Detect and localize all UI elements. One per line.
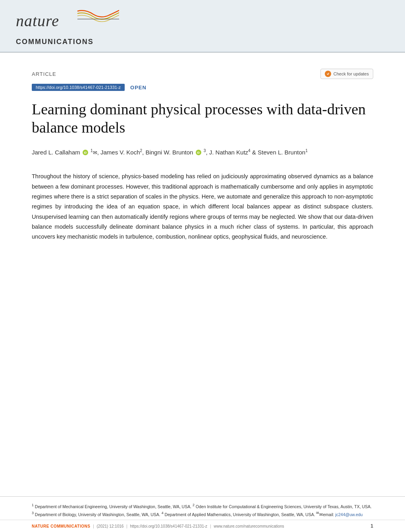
- svg-text:nature: nature: [16, 12, 59, 30]
- affil-sup-ref-4: 4: [162, 511, 164, 515]
- footer-bar: NATURE COMMUNICATIONS | (2021) 12:1016 |…: [0, 520, 405, 532]
- affil-sup-ref: 1: [32, 503, 34, 507]
- email-link[interactable]: jc244@uw.edu: [335, 512, 363, 517]
- author-separator-amp: &: [252, 149, 258, 156]
- nature-logo-svg: nature: [16, 7, 119, 37]
- email-label: ✉email:: [319, 512, 334, 517]
- footer-year: (2021): [97, 524, 108, 528]
- affil-sup-3: 3: [204, 148, 206, 153]
- affil-sup-ref-3: 3: [32, 511, 34, 515]
- affil-sup-1b: 1: [305, 148, 308, 153]
- footer-website: www.nature.com/naturecommunications: [214, 524, 284, 528]
- author-kutz: J. Nathan Kutz: [209, 149, 248, 156]
- footer-volume: 12:1016: [109, 524, 123, 528]
- page-number: 1: [370, 523, 373, 529]
- check-updates-icon: [325, 71, 331, 77]
- footer-pipe-3: |: [210, 524, 211, 528]
- footer-journal-name: NATURE COMMUNICATIONS: [32, 524, 90, 528]
- article-type-label: ARTICLE: [32, 71, 56, 77]
- author-koch: James V. Koch: [100, 149, 140, 156]
- affil-sup-4: 4: [248, 148, 251, 153]
- main-content: ARTICLE Check for updates https://doi.or…: [0, 53, 405, 274]
- open-access-badge: OPEN: [130, 85, 147, 91]
- authors-line: Jared L. Callaham iD 1✉, James V. Koch2,…: [32, 148, 373, 157]
- corresponding-symbol: ✉: [93, 150, 97, 156]
- author-bwbrunton: Bingni W. Brunton: [145, 149, 193, 156]
- footer-pipe-1: |: [93, 524, 94, 528]
- orcid-icon-bwbrunton: iD: [196, 150, 201, 155]
- author-callaham: Jared L. Callaham: [32, 149, 80, 156]
- footer-left: NATURE COMMUNICATIONS | (2021) 12:1016 |…: [32, 524, 284, 528]
- check-updates-label: Check for updates: [334, 71, 369, 76]
- author-slbrunton: Steven L. Brunton: [258, 149, 305, 156]
- svg-point-2: [326, 72, 330, 75]
- orcid-icon-callaham: iD: [83, 150, 88, 155]
- doi-badge[interactable]: https://doi.org/10.1038/s41467-021-21331…: [32, 84, 125, 91]
- page-wrapper: nature COMMUNICATIONS ARTICLE: [0, 0, 405, 532]
- journal-logo: nature COMMUNICATIONS: [16, 7, 119, 46]
- footer-pipe-2: |: [126, 524, 127, 528]
- footer-doi: https://doi.org/10.1038/s41467-021-21331…: [130, 524, 208, 528]
- check-updates-button[interactable]: Check for updates: [320, 69, 373, 79]
- affil-sup-2: 2: [140, 148, 142, 153]
- article-meta-row: ARTICLE Check for updates: [32, 69, 373, 79]
- journal-sub-name: COMMUNICATIONS: [16, 38, 119, 46]
- abstract-text: Throughout the history of science, physi…: [32, 172, 373, 242]
- paper-title: Learning dominant physical processes wit…: [32, 100, 373, 137]
- affil-sup-ref-2: 2: [193, 503, 195, 507]
- journal-header: nature COMMUNICATIONS: [0, 0, 405, 52]
- affiliations-section: 1 Department of Mechanical Engineering, …: [0, 496, 405, 520]
- doi-line: https://doi.org/10.1038/s41467-021-21331…: [32, 84, 373, 91]
- affiliation-text: 1 Department of Mechanical Engineering, …: [32, 502, 373, 518]
